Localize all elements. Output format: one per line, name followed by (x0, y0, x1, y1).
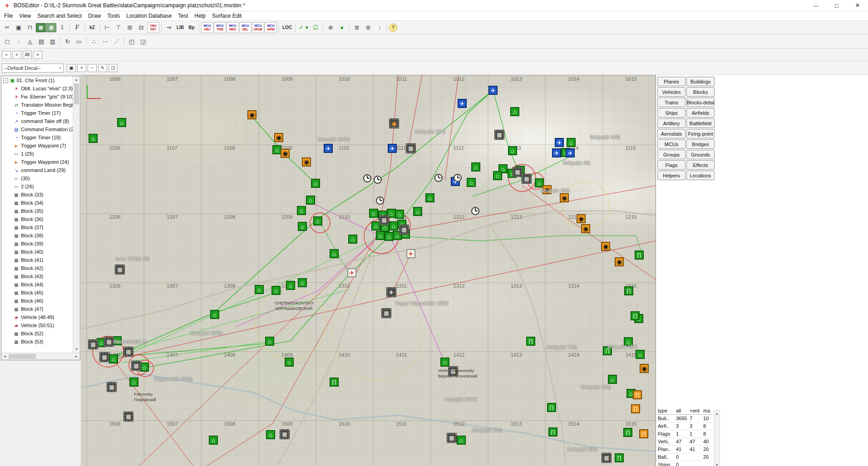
decal-export-button[interactable]: ◳ (108, 64, 118, 72)
building-icon[interactable]: ⌂ (129, 378, 138, 387)
tree-item[interactable]: ↘command Land (29) (1, 166, 80, 174)
stats-row[interactable]: Flags118 (657, 430, 713, 438)
tree-item[interactable]: ▦Block (40) (1, 248, 80, 256)
plane-red-icon[interactable]: ✈ (347, 268, 356, 277)
building-icon[interactable]: ⌂ (389, 221, 398, 231)
tree-item[interactable]: ico2 (26) (1, 182, 80, 191)
block-icon[interactable]: ▦ (382, 309, 391, 318)
poly-select-tool[interactable]: ◬ (25, 36, 35, 47)
kz-tool[interactable]: kZ (87, 22, 98, 33)
category-bridges-button[interactable]: Bridges (686, 139, 715, 149)
hint-button[interactable]: ? (389, 24, 397, 32)
decal-remove-button[interactable]: − (88, 64, 97, 72)
target-icon[interactable]: ◉ (281, 149, 290, 158)
block-icon[interactable]: ▦ (124, 412, 133, 421)
block-icon[interactable]: ▦ (406, 144, 415, 153)
building-icon[interactable]: ⌂ (306, 196, 315, 205)
building-icon[interactable]: ⌂ (265, 337, 274, 346)
plane-blue-icon[interactable]: ✈ (488, 86, 498, 95)
tree-item[interactable]: ▦Block (42) (1, 264, 80, 272)
flak-icon[interactable]: ◉ (390, 119, 399, 128)
minimize-button[interactable] (805, 0, 826, 11)
font-tool[interactable]: F (72, 22, 83, 33)
collapse-icon[interactable] (3, 78, 8, 83)
building-icon[interactable]: ⌂ (467, 178, 476, 187)
category-blocks-detail-button[interactable]: Blocks-detail (686, 98, 715, 107)
altitude-down-tool[interactable]: ≣ (351, 22, 362, 33)
validate-toggle[interactable]: ☑ (310, 22, 321, 33)
tree-horizontal-scrollbar[interactable] (1, 353, 80, 360)
category-blocks-button[interactable]: Blocks (686, 87, 715, 97)
target-icon[interactable]: ◉ (247, 110, 256, 119)
tree-item[interactable]: ▦Block (52) (1, 329, 80, 338)
menu-item-location-database[interactable]: Location Database (123, 12, 175, 20)
block-icon[interactable]: ▦ (513, 167, 522, 177)
plane-blue-icon[interactable]: ✈ (324, 144, 333, 153)
building-icon[interactable]: ⌂ (298, 222, 307, 231)
building-icon[interactable]: ⌂ (209, 436, 218, 445)
building-icon[interactable]: ⌂ (457, 436, 466, 445)
add-circle-tool[interactable]: ⊕ (325, 22, 336, 33)
stats-row[interactable]: Ball..020 (657, 453, 713, 461)
link-arrow-tool[interactable]: ⇝ (163, 22, 174, 33)
tree-item[interactable]: ►Trigger Waypoint (7) (1, 142, 80, 150)
tree-item[interactable]: ◔Trigger Timer (17) (1, 109, 80, 117)
building-icon[interactable]: ⌂ (285, 358, 294, 367)
cut-tool[interactable]: ✂ (2, 22, 13, 33)
scroll-thumb[interactable] (74, 83, 79, 104)
block-icon[interactable]: ▦ (104, 337, 113, 346)
tree-item[interactable]: ▦Block (47) (1, 305, 80, 313)
building-icon[interactable]: ⌂ (89, 134, 98, 143)
target-icon[interactable]: ◉ (601, 242, 610, 251)
bridge-icon[interactable]: ∏ (330, 378, 339, 387)
tree-item[interactable]: ▦Block (36) (1, 215, 80, 223)
stats-row[interactable]: Ships0 (657, 461, 713, 466)
block-icon[interactable]: ▦ (380, 216, 389, 225)
mcu-unse-button[interactable]: MCUUNSE (252, 22, 264, 33)
validate-dropdown[interactable]: ✓ ▾ (297, 22, 310, 33)
category-helpers-button[interactable]: Helpers (657, 171, 686, 180)
menu-item-draw[interactable]: Draw (85, 12, 104, 20)
plane-blue-icon[interactable]: ✈ (552, 148, 561, 157)
tree-item[interactable]: ↗command Take off (8) (1, 117, 80, 125)
menu-item-test[interactable]: Test (175, 12, 191, 20)
tree-item[interactable]: ►Trigger Waypoint (24) (1, 158, 80, 166)
raise-tool[interactable]: ↑ (374, 22, 385, 33)
hruler-tool[interactable]: ⊢ (102, 22, 113, 33)
tree-item[interactable]: ▦Block (43) (1, 272, 80, 280)
menu-item-surface-edit[interactable]: Surface Edit (209, 12, 245, 20)
tree-item[interactable]: ▦Block (44) (1, 280, 80, 289)
all-button[interactable]: All (23, 51, 32, 59)
bridge-icon[interactable]: ∏ (635, 250, 644, 260)
building-icon[interactable]: ⌂ (266, 430, 275, 439)
building-icon[interactable]: ⌂ (493, 171, 502, 180)
plane-blue-icon[interactable]: ✈ (555, 138, 564, 147)
bridge-icon[interactable]: ∏ (631, 311, 640, 320)
block-icon[interactable]: ▦ (124, 347, 133, 356)
building-icon[interactable]: ⌂ (271, 286, 281, 295)
category-groups-button[interactable]: Groups (657, 150, 686, 159)
building-icon[interactable]: ⌂ (440, 358, 449, 367)
box-arrow-out-tool[interactable]: ◲ (138, 36, 148, 47)
decal-add-button[interactable]: + (77, 64, 86, 72)
link-2pt-tool[interactable]: ∴ (89, 36, 99, 47)
prev-button[interactable]: < (12, 51, 21, 59)
bridge-icon[interactable]: ∏ (623, 428, 632, 437)
stats-row[interactable]: Airfi..338 (657, 422, 713, 430)
obj-fat-button[interactable]: OBJFAT (147, 22, 159, 33)
terrain-view-light-button[interactable]: ▦ (46, 23, 56, 32)
tree-item[interactable]: ⇄Translator Mission Begin (1, 101, 80, 109)
tree-item[interactable]: ▦Block (33) (1, 191, 80, 199)
block-icon[interactable]: ▦ (447, 433, 456, 442)
building-icon[interactable]: ⌂ (297, 206, 306, 215)
scroll-right-icon[interactable] (73, 353, 80, 360)
building-icon[interactable]: ⌂ (117, 118, 126, 127)
plane-red-icon[interactable]: ✈ (406, 249, 415, 258)
target-icon[interactable]: ◉ (615, 257, 624, 266)
tree-item[interactable]: ▦Block (45) (1, 289, 80, 297)
stats-row[interactable]: Plan..414120 (657, 446, 713, 453)
building-icon[interactable]: ⌂ (510, 107, 519, 116)
category-firing-point-button[interactable]: Firing-point (686, 129, 715, 138)
category-flags-button[interactable]: Flags (657, 160, 686, 170)
category-locations-button[interactable]: Locations (686, 171, 715, 180)
